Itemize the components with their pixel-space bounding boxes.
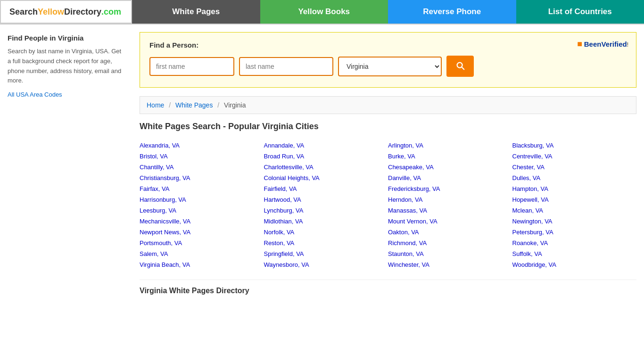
city-link[interactable]: Centreville, VA [512, 151, 633, 162]
city-link[interactable]: Hopewell, VA [512, 194, 633, 205]
city-link[interactable]: Suffolk, VA [512, 248, 633, 259]
search-button[interactable] [446, 56, 474, 77]
nav-yellow-books[interactable]: Yellow Books [260, 0, 388, 24]
city-link[interactable]: Danville, VA [388, 173, 509, 183]
city-link[interactable]: Portsmouth, VA [140, 238, 260, 248]
nav-reverse-phone[interactable]: Reverse Phone [388, 0, 516, 24]
city-link[interactable]: Winchester, VA [388, 259, 509, 270]
sidebar: Find People in Virginia Search by last n… [0, 25, 132, 303]
area-codes-link[interactable]: All USA Area Codes [8, 91, 62, 98]
city-link[interactable]: Staunton, VA [388, 248, 509, 259]
nav-white-pages[interactable]: White Pages [132, 0, 260, 24]
city-link[interactable]: Chantilly, VA [140, 162, 260, 173]
logo-com: .com [101, 7, 121, 17]
nav-list-countries[interactable]: List of Countries [516, 0, 644, 24]
city-link[interactable]: Annandale, VA [264, 140, 385, 151]
city-link[interactable]: Woodbridge, VA [512, 259, 633, 270]
city-link[interactable]: Christiansburg, VA [140, 173, 260, 183]
city-link[interactable]: Lynchburg, VA [264, 205, 385, 216]
city-link[interactable]: Fredericksburg, VA [388, 183, 509, 194]
city-link[interactable]: Mount Vernon, VA [388, 216, 509, 227]
city-link[interactable]: Fairfield, VA [264, 183, 385, 194]
city-link[interactable]: Richmond, VA [388, 238, 509, 248]
city-link[interactable]: Hartwood, VA [264, 194, 385, 205]
sidebar-title: Find People in Virginia [8, 34, 124, 42]
city-link[interactable]: Roanoke, VA [512, 238, 633, 248]
city-link[interactable]: Manassas, VA [388, 205, 509, 216]
city-link[interactable]: Harrisonburg, VA [140, 194, 260, 205]
city-link[interactable]: Reston, VA [264, 238, 385, 248]
breadcrumb-sep1: / [169, 101, 171, 109]
city-link[interactable]: Virginia Beach, VA [140, 259, 260, 270]
search-box: ■ BeenVerified! Find a Person: Virginia … [140, 32, 636, 88]
logo-search: Search [9, 7, 38, 17]
city-link[interactable]: Broad Run, VA [264, 151, 385, 162]
city-link[interactable]: Blacksburg, VA [512, 140, 633, 151]
city-link[interactable]: Newport News, VA [140, 227, 260, 238]
city-column-2: Arlington, VABurke, VAChesapeake, VADanv… [388, 140, 512, 270]
city-link[interactable]: Colonial Heights, VA [264, 173, 385, 183]
section-subtitle: Virginia White Pages Directory [140, 280, 636, 295]
city-link[interactable]: Fairfax, VA [140, 183, 260, 194]
main-layout: Find People in Virginia Search by last n… [0, 25, 644, 303]
state-select[interactable]: Virginia Alabama Alaska Arizona Arkansas… [338, 57, 442, 76]
city-link[interactable]: Alexandria, VA [140, 140, 260, 151]
city-link[interactable]: Mclean, VA [512, 205, 633, 216]
city-link[interactable]: Midlothian, VA [264, 216, 385, 227]
breadcrumb: Home / White Pages / Virginia [140, 96, 636, 114]
city-column-0: Alexandria, VABristol, VAChantilly, VACh… [140, 140, 264, 270]
city-link[interactable]: Norfolk, VA [264, 227, 385, 238]
logo-yellow: Yellow [38, 7, 64, 17]
city-link[interactable]: Chester, VA [512, 162, 633, 173]
city-link[interactable]: Chesapeake, VA [388, 162, 509, 173]
content-area: ■ BeenVerified! Find a Person: Virginia … [132, 25, 644, 303]
city-link[interactable]: Bristol, VA [140, 151, 260, 162]
logo-directory: Directory [64, 7, 101, 17]
breadcrumb-current: Virginia [224, 101, 246, 109]
city-column-1: Annandale, VABroad Run, VACharlottesvill… [264, 140, 388, 270]
last-name-input[interactable] [239, 57, 333, 76]
city-link[interactable]: Mechanicsville, VA [140, 216, 260, 227]
city-column-3: Blacksburg, VACentreville, VAChester, VA… [512, 140, 637, 270]
city-link[interactable]: Arlington, VA [388, 140, 509, 151]
sidebar-description: Search by last name in Virginia, USA. Ge… [8, 47, 124, 86]
city-link[interactable]: Leesburg, VA [140, 205, 260, 216]
city-link[interactable]: Herndon, VA [388, 194, 509, 205]
search-fields: Virginia Alabama Alaska Arizona Arkansas… [149, 56, 627, 77]
breadcrumb-home[interactable]: Home [147, 101, 164, 109]
city-link[interactable]: Petersburg, VA [512, 227, 633, 238]
first-name-input[interactable] [149, 57, 234, 76]
city-link[interactable]: Charlottesville, VA [264, 162, 385, 173]
city-link[interactable]: Burke, VA [388, 151, 509, 162]
search-label: Find a Person: [149, 41, 627, 49]
city-link[interactable]: Newington, VA [512, 216, 633, 227]
navigation: SearchYellowDirectory.com White Pages Ye… [0, 0, 644, 25]
city-link[interactable]: Springfield, VA [264, 248, 385, 259]
been-verified-badge: ■ BeenVerified! [577, 39, 628, 49]
section-title: White Pages Search - Popular Virginia Ci… [140, 122, 636, 132]
breadcrumb-white-pages[interactable]: White Pages [175, 101, 213, 109]
city-link[interactable]: Salem, VA [140, 248, 260, 259]
site-logo[interactable]: SearchYellowDirectory.com [0, 0, 132, 24]
cities-grid: Alexandria, VABristol, VAChantilly, VACh… [140, 140, 636, 270]
city-link[interactable]: Hampton, VA [512, 183, 633, 194]
breadcrumb-sep2: / [217, 101, 219, 109]
city-link[interactable]: Waynesboro, VA [264, 259, 385, 270]
search-icon [455, 60, 465, 71]
city-link[interactable]: Oakton, VA [388, 227, 509, 238]
city-link[interactable]: Dulles, VA [512, 173, 633, 183]
